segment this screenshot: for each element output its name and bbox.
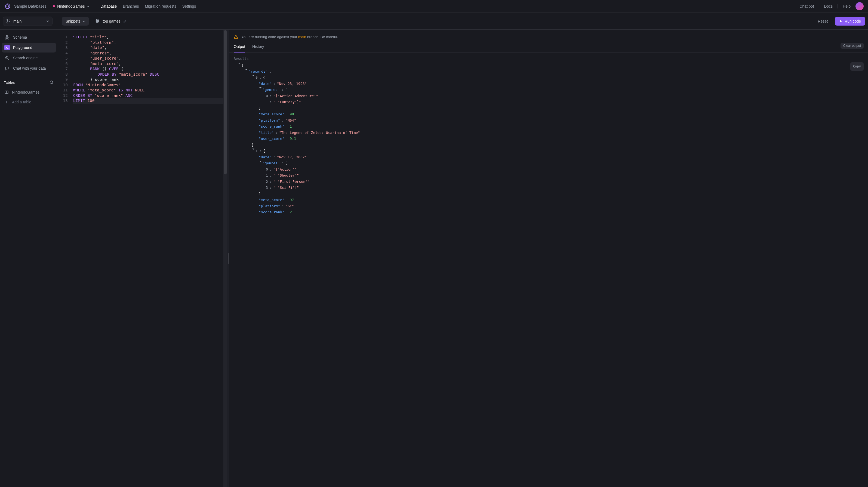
sidebar: Schema Playground Search engine Chat wit… [0,30,58,487]
sidebar-item-chat[interactable]: Chat with your data [2,63,56,73]
branch-icon [6,19,10,23]
main-nav: Database Branches Migration requests Set… [100,4,196,8]
tab-history[interactable]: History [252,41,264,53]
playground-icon [5,45,9,50]
nav-branches[interactable]: Branches [123,4,139,8]
schema-icon [5,35,9,39]
workspace-name[interactable]: Sample Databases [14,4,46,8]
branch-name: main [13,19,22,23]
svg-rect-3 [6,35,8,36]
toolbar-right: Reset Run code [814,17,865,26]
snippet-title-group: top games [95,19,126,24]
line-number: 7 [58,66,73,72]
output-pane: You are running code against your main b… [229,30,868,487]
line-number: 5 [58,56,73,61]
svg-point-7 [50,81,53,84]
caret-down-icon[interactable] [252,74,255,77]
snippets-button[interactable]: Snippets [62,17,89,26]
results-label: Results [229,53,868,62]
logo-group: Sample Databases NintendoGames [4,3,90,9]
sidebar-label: Chat with your data [13,66,46,70]
caret-down-icon[interactable] [252,148,255,150]
line-number: 2 [58,40,73,45]
warning-icon [234,35,238,39]
sidebar-label: Playground [13,45,32,50]
snippets-label: Snippets [66,19,80,23]
caret-down-icon[interactable] [245,68,248,71]
splitter-handle-icon [228,253,229,264]
warning-text: You are running code against your main b… [241,35,338,39]
line-number: 3 [58,45,73,51]
svg-rect-5 [8,38,9,39]
database-picker[interactable]: NintendoGames [53,4,90,8]
chat-icon [5,66,9,70]
clear-output-button[interactable]: Clear output [840,43,864,49]
caret-down-icon[interactable] [259,160,262,162]
sidebar-item-playground[interactable]: Playground [2,43,56,53]
snippet-title: top games [102,19,120,23]
docs-link[interactable]: Docs [824,4,833,8]
add-table-label: Add a table [12,100,31,104]
top-right: Chat bot Docs Help [800,2,864,10]
chevron-down-icon [83,20,85,23]
status-dot-icon [53,5,55,7]
chevron-down-icon [46,20,49,23]
reset-button[interactable]: Reset [814,17,831,26]
line-number: 8 [58,72,73,77]
line-number: 6 [58,61,73,67]
svg-point-1 [7,22,8,23]
line-number: 9 [58,77,73,83]
json-viewer[interactable]: Copy { "records":[ 0:{ "date":"Nov 23, 1… [229,62,868,487]
table-label: NintendoGames [12,90,39,94]
run-label: Run code [845,19,861,23]
table-icon [4,90,9,94]
svg-rect-4 [5,38,6,39]
caret-down-icon[interactable] [238,62,241,64]
line-number: 4 [58,51,73,56]
sidebar-label: Schema [13,35,27,39]
body: Schema Playground Search engine Chat wit… [0,30,868,487]
scrollbar-thumb[interactable] [224,30,227,174]
avatar[interactable] [856,2,864,10]
caret-down-icon[interactable] [259,87,262,89]
svg-point-2 [9,20,10,21]
table-item-nintendogames[interactable]: NintendoGames [4,88,54,97]
divider [819,4,819,8]
output-tabs: Output History Clear output [229,41,868,53]
tables-header: Tables [4,80,54,85]
toolbar: main Snippets top games Reset Run code [0,13,868,30]
warning-banner: You are running code against your main b… [229,30,868,41]
copy-button[interactable]: Copy [850,62,864,71]
chat-bot-link[interactable]: Chat bot [800,4,814,8]
nav-settings[interactable]: Settings [182,4,196,8]
plus-icon [4,100,9,104]
run-code-button[interactable]: Run code [835,17,865,26]
postgres-icon [95,19,100,24]
database-name: NintendoGames [57,4,85,8]
svg-point-0 [7,19,8,21]
edit-icon[interactable] [123,20,126,23]
line-number: 13 [58,98,73,104]
branch-picker[interactable]: main [3,17,53,26]
code-editor[interactable]: 1SELECT "title", 2 "platform", 3 "date",… [58,30,227,487]
line-number: 11 [58,88,73,93]
search-engine-icon [5,56,9,60]
editor-pane: 1SELECT "title", 2 "platform", 3 "date",… [58,30,868,487]
line-number: 10 [58,83,73,88]
chevron-down-icon [87,5,90,8]
sidebar-label: Search engine [13,56,37,60]
nav-migration-requests[interactable]: Migration requests [145,4,176,8]
logo-icon[interactable] [4,3,11,9]
help-link[interactable]: Help [843,4,850,8]
sidebar-item-search[interactable]: Search engine [2,53,56,63]
sidebar-item-schema[interactable]: Schema [2,32,56,42]
pane-splitter[interactable] [227,30,229,487]
line-number: 12 [58,93,73,98]
search-icon[interactable] [50,80,54,85]
nav-database[interactable]: Database [100,4,117,8]
add-table-button[interactable]: Add a table [4,98,54,106]
line-number: 1 [58,35,73,40]
tab-output[interactable]: Output [234,41,245,53]
editor-scrollbar[interactable] [223,30,227,487]
tables-title: Tables [4,81,15,85]
